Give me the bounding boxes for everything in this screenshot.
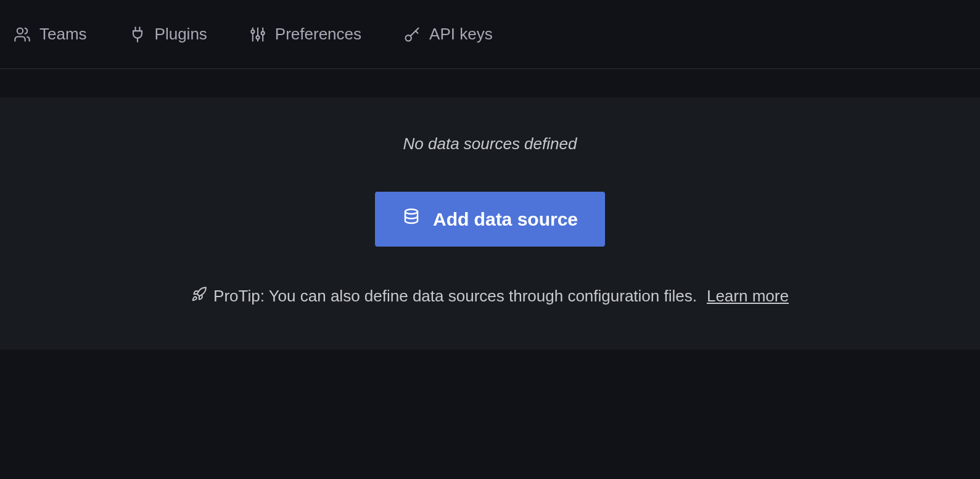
svg-point-2 — [251, 30, 254, 33]
tab-plugins[interactable]: Plugins — [126, 20, 210, 49]
tab-apikeys[interactable]: API keys — [401, 20, 495, 49]
rocket-icon — [191, 286, 207, 306]
protip-body: ProTip: You can also define data sources… — [213, 287, 697, 306]
database-icon — [402, 208, 421, 231]
tab-teams-label: Teams — [39, 25, 87, 44]
key-icon — [403, 26, 421, 43]
svg-line-9 — [416, 31, 418, 33]
plug-icon — [129, 26, 146, 43]
users-icon — [14, 26, 31, 43]
tab-preferences-label: Preferences — [275, 25, 361, 44]
protip-learn-more-link[interactable]: Learn more — [707, 287, 789, 306]
sliders-icon — [249, 26, 266, 43]
add-data-source-button[interactable]: Add data source — [375, 192, 605, 247]
svg-point-10 — [405, 210, 418, 215]
svg-point-0 — [17, 28, 23, 33]
svg-point-6 — [261, 31, 264, 35]
empty-state-panel: No data sources defined Add data source … — [0, 97, 980, 350]
empty-state-message: No data sources defined — [0, 134, 980, 154]
tab-teams[interactable]: Teams — [11, 20, 89, 49]
protip-text: ProTip: You can also define data sources… — [0, 286, 980, 306]
tab-plugins-label: Plugins — [155, 25, 207, 44]
tab-preferences[interactable]: Preferences — [247, 20, 364, 49]
svg-point-4 — [256, 36, 259, 39]
tab-bar: Teams Plugins Preferences — [0, 0, 980, 69]
add-data-source-button-label: Add data source — [433, 209, 578, 230]
tab-apikeys-label: API keys — [429, 25, 493, 44]
